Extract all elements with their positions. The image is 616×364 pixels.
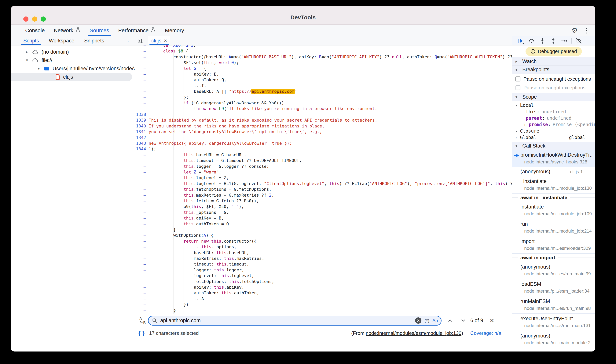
more-options-kebab-icon[interactable]: ⋮ (583, 27, 590, 34)
step-into-button[interactable] (539, 38, 546, 44)
code-line[interactable]: –logLevel: this.logLevel, (135, 273, 512, 279)
step-button[interactable] (561, 38, 567, 44)
gutter-line-number[interactable]: – (135, 187, 148, 192)
code-line[interactable]: –this.timeout = G.timeout ?? Lw.DEFAULT_… (135, 158, 512, 163)
gutter-line-number[interactable]: – (135, 48, 148, 54)
code-line[interactable]: –this.apiKey = B, (135, 215, 512, 221)
find-next-button[interactable] (459, 316, 467, 325)
regex-toggle[interactable]: (*) (424, 318, 429, 323)
gutter-line-number[interactable]: – (135, 175, 148, 181)
code-line[interactable]: –apiKey: B, (135, 71, 512, 77)
code-line[interactable]: –class $8 { (135, 48, 512, 54)
gutter-line-number[interactable]: – (135, 169, 148, 175)
deactivate-breakpoints-button[interactable] (576, 38, 582, 44)
gutter-line-number[interactable]: – (135, 181, 148, 187)
gutter-line-number[interactable]: – (135, 45, 148, 48)
step-out-button[interactable] (550, 38, 557, 44)
call-stack-frame[interactable]: executeUserEntryPointnode:internal/m...s… (512, 314, 595, 331)
code-line[interactable]: –fetchOptions: this.fetchOptions, (135, 279, 512, 285)
gutter-line-number[interactable]: 1341 (135, 129, 148, 135)
gutter-line-number[interactable]: – (135, 215, 148, 221)
gutter-line-number[interactable]: – (135, 261, 148, 267)
gutter-line-number[interactable]: – (135, 77, 148, 83)
code-line[interactable]: 1342 (135, 135, 512, 141)
gutter-line-number[interactable]: – (135, 198, 148, 204)
coverage-link[interactable]: Coverage: n/a (470, 330, 501, 336)
chevron-right-icon[interactable]: ▸ (524, 123, 529, 127)
code-line[interactable]: –apiKey: this.apiKey, (135, 285, 512, 290)
gutter-line-number[interactable]: – (135, 158, 148, 163)
find-previous-button[interactable] (446, 316, 454, 325)
editor-tab-cli-js[interactable]: cli.js × (148, 36, 170, 45)
toolbar-tab-performance[interactable]: Performance (114, 25, 160, 36)
code-line[interactable]: –this.fetch = G.fetch ?? Fs0(), (135, 198, 512, 204)
navigator-tab-snippets[interactable]: Snippets (79, 36, 109, 45)
code-line[interactable]: –baseURL: A || "https://api.anthropic.co… (135, 89, 512, 94)
pause-on-caught-exceptions-checkbox[interactable] (516, 85, 520, 90)
toolbar-tab-network[interactable]: Network (49, 25, 85, 36)
gutter-line-number[interactable]: – (135, 66, 148, 71)
call-stack-frame[interactable]: promiseInitHookWithDestroyTr...node:inte… (512, 150, 595, 167)
resume-script-button[interactable] (517, 37, 524, 44)
source-link[interactable]: node:internal/modules/esm/module_job:130 (366, 330, 462, 336)
code-line[interactable]: –this.baseURL = G.baseURL, (135, 152, 512, 158)
scope-group-global[interactable]: ▸Globalglobal (512, 134, 595, 141)
code-editor[interactable]: –var Xs0, $F1;–class $8 {–constructor({b… (135, 45, 512, 314)
gutter-line-number[interactable]: 1340 (135, 123, 148, 129)
gutter-line-number[interactable]: 1338 (135, 112, 148, 117)
gutter-line-number[interactable]: – (135, 83, 148, 89)
code-line[interactable]: –$F1.set(this, void 0); (135, 60, 512, 65)
tree-item-cli-js[interactable]: cli.js (11, 73, 132, 81)
code-line[interactable]: –...A (135, 296, 512, 302)
gutter-line-number[interactable]: – (135, 256, 148, 261)
gutter-line-number[interactable]: – (135, 250, 148, 256)
chevron-right-icon[interactable]: ▸ (516, 136, 520, 140)
gutter-line-number[interactable]: – (135, 164, 148, 169)
gutter-line-number[interactable]: 1344 (135, 146, 148, 152)
chevron-right-icon[interactable]: ▸ (26, 50, 32, 54)
navigator-more-kebab-icon[interactable]: ⋮ (125, 36, 135, 45)
gutter-line-number[interactable]: – (135, 290, 148, 296)
code-line[interactable]: 1341you can set the \`dangerouslyAllowBr… (135, 129, 512, 135)
code-line[interactable]: –...this._options, (135, 244, 512, 250)
call-stack-frame[interactable]: (anonymous)cli.js:1 (512, 167, 595, 176)
toolbar-tab-memory[interactable]: Memory (160, 25, 189, 36)
scope-group-closure[interactable]: ▸Closure (512, 128, 595, 134)
navigator-tab-scripts[interactable]: Scripts (18, 36, 44, 45)
code-line[interactable]: –this._options = G, (135, 210, 512, 215)
code-line[interactable]: –}) (135, 302, 512, 307)
gutter-line-number[interactable]: – (135, 273, 148, 279)
code-line[interactable]: –authToken: this.authToken, (135, 290, 512, 296)
code-line[interactable]: –let G = { (135, 66, 512, 71)
code-line[interactable]: –...I, (135, 83, 512, 89)
code-line[interactable]: –logger: this.logger, (135, 267, 512, 273)
gutter-line-number[interactable]: – (135, 285, 148, 290)
code-line[interactable]: –authToken: Q, (135, 77, 512, 83)
toolbar-tab-sources[interactable]: Sources (85, 25, 114, 36)
code-line[interactable]: –this.maxRetries = G.maxRetries ?? 2, (135, 192, 512, 198)
call-stack-frame[interactable]: loadESMnode:internal/p.../esm_loader:34 (512, 279, 595, 296)
pause-on-uncaught-exceptions-checkbox[interactable] (516, 77, 520, 81)
match-case-toggle[interactable]: Aa (433, 318, 438, 323)
gutter-line-number[interactable]: – (135, 233, 148, 238)
gutter-line-number[interactable]: – (135, 210, 148, 215)
code-line[interactable]: –let Z = "warn"; (135, 169, 512, 175)
code-line[interactable]: –constructor({baseURL: A=ao("ANTHROPIC_B… (135, 54, 512, 60)
call-stack-frame[interactable]: (anonymous)node:internal/m...main_module… (512, 331, 595, 348)
code-line[interactable]: –this.logLevel = Z, (135, 175, 512, 181)
code-line[interactable]: 1344`); (135, 146, 512, 152)
search-input[interactable] (160, 318, 413, 324)
code-line[interactable]: –this.fetchOptions = G.fetchOptions, (135, 187, 512, 192)
code-line[interactable]: –}; (135, 94, 512, 100)
gutter-line-number[interactable]: – (135, 71, 148, 77)
section-watch[interactable]: ▸ Watch (512, 57, 595, 65)
code-line[interactable]: –} (135, 227, 512, 233)
gutter-line-number[interactable]: – (135, 302, 148, 307)
toolbar-tab-console[interactable]: Console (21, 25, 49, 36)
gutter-line-number[interactable]: 1343 (135, 141, 148, 146)
chevron-down-icon[interactable]: ▾ (26, 58, 32, 63)
call-stack-frame[interactable]: runnode:internal/m...module_job:214 (512, 219, 595, 236)
replace-toggle-icon[interactable]: AB (138, 316, 147, 325)
code-line[interactable]: –timeout: this.timeout, (135, 261, 512, 267)
code-line[interactable]: –this.authToken = Q (135, 221, 512, 227)
